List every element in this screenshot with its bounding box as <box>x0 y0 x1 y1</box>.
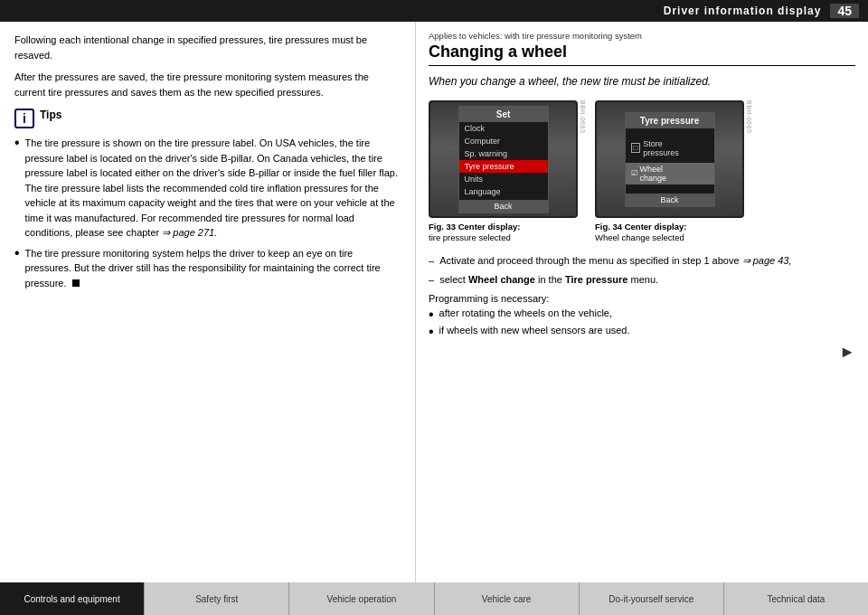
footer-tab-tech[interactable]: Technical data <box>724 582 868 615</box>
figures-row: Set Clock Computer Sp. warning Tyre pres… <box>429 100 855 244</box>
display-screen-1: Set Clock Computer Sp. warning Tyre pres… <box>429 100 578 218</box>
step-2-text: select Wheel change in the Tire pressure… <box>439 272 658 288</box>
tips-bullet-2-text: The tire pressure monitoring system help… <box>25 246 401 291</box>
figure-2-img-wrap: Tyre pressure □Storepressures ☑Wheelchan… <box>595 100 752 218</box>
screen-back-2: Back <box>626 194 714 206</box>
menu-language: Language <box>459 185 548 198</box>
tips-label: Tips <box>40 109 61 121</box>
intro-text: When you change a wheel, the new tire mu… <box>429 73 855 90</box>
page-link-271: ⇒ page 271. <box>162 227 217 238</box>
page-header: Driver information display 45 <box>0 0 868 22</box>
footer-tab-controls[interactable]: Controls and equip­ment <box>0 582 145 615</box>
menu-wheel-change: ☑Wheelchange <box>626 163 714 184</box>
step-2-dash: – <box>429 272 434 288</box>
tips-header: Tips <box>40 109 61 121</box>
right-column: Applies to vehicles: with tire pressure … <box>416 22 868 582</box>
main-content: Following each intentional change in spe… <box>0 22 868 582</box>
applies-text: Applies to vehicles: with tire pressure … <box>429 31 855 41</box>
next-arrow: ► <box>429 343 855 362</box>
screen-inner-2: Tyre pressure □Storepressures ☑Wheelchan… <box>625 112 715 207</box>
menu-units: Units <box>459 173 548 185</box>
figure-2-caption: Fig. 34 Center display: Wheel change sel… <box>595 222 686 244</box>
bullet-circle-1: • <box>429 308 434 322</box>
bullet-rotating-text: after rotating the wheels on the vehicle… <box>439 308 612 318</box>
info-icon: i <box>14 109 34 128</box>
footer-tab-vehicle-op[interactable]: Vehicle operation <box>289 582 434 615</box>
wheel-change-bold: Wheel change <box>468 274 535 285</box>
footer-tab-diy[interactable]: Do-it-yourself service <box>580 582 724 615</box>
step-1: – Activate and proceed through the menu … <box>429 253 855 269</box>
section-title: Changing a wheel <box>429 43 855 66</box>
stop-marker <box>72 279 80 287</box>
tips-bullet-2: • The tire pressure monitoring system he… <box>14 246 401 291</box>
screen-back-1: Back <box>459 200 548 213</box>
page-number: 45 <box>830 4 859 18</box>
figure-2-rotated: BBH-0665 <box>746 100 752 218</box>
header-title: Driver information display <box>9 5 821 17</box>
bullet-wheels-text: if wheels with new wheel sensors are use… <box>439 325 630 336</box>
tips-bullet-1-text: The tire pressure is shown on the tire p… <box>25 136 401 241</box>
steps-section: – Activate and proceed through the menu … <box>429 253 855 362</box>
paragraph-1: Following each intentional change in spe… <box>14 33 401 62</box>
tips-bullet-1: • The tire pressure is shown on the tire… <box>14 136 401 241</box>
paragraph-2: After the pressures are saved, the tire … <box>14 70 401 99</box>
bullet-circle-2: • <box>429 325 434 339</box>
bullet-dot-1: • <box>14 136 20 150</box>
screen-inner-1: Set Clock Computer Sp. warning Tyre pres… <box>458 106 549 213</box>
page-link-43: ⇒ page 43, <box>742 255 792 266</box>
figure-2: Tyre pressure □Storepressures ☑Wheelchan… <box>595 100 752 244</box>
figure-1-rotated: BBH-0663 <box>580 100 586 218</box>
figure-1-img-wrap: Set Clock Computer Sp. warning Tyre pres… <box>429 100 586 218</box>
bullet-after-rotating: • after rotating the wheels on the vehic… <box>429 308 855 322</box>
menu-store-pressures: □Storepressures <box>626 137 714 159</box>
bullet-dot-2: • <box>14 246 20 260</box>
step-2: – select Wheel change in the Tire pressu… <box>429 272 855 288</box>
menu-clock: Clock <box>459 122 548 135</box>
tips-content: • The tire pressure is shown on the tire… <box>14 136 401 290</box>
figure-1: Set Clock Computer Sp. warning Tyre pres… <box>429 100 586 244</box>
step-1-dash: – <box>429 253 434 269</box>
footer-tab-vehicle-care[interactable]: Vehicle care <box>435 582 580 615</box>
programming-label: Programming is necessary: <box>429 293 855 304</box>
tire-pressure-bold: Tire pressure <box>565 274 628 285</box>
footer-nav: Controls and equip­ment Safety first Veh… <box>0 582 868 615</box>
menu-tyre-pressure: Tyre pressure <box>459 160 548 173</box>
screen-header-1: Set <box>459 107 548 122</box>
left-column: Following each intentional change in spe… <box>0 22 416 582</box>
menu-computer: Computer <box>459 135 548 147</box>
bullet-if-wheels: • if wheels with new wheel sensors are u… <box>429 325 855 339</box>
step-1-text: Activate and proceed through the menu as… <box>439 253 791 269</box>
tips-box: i Tips <box>14 109 401 128</box>
screen-header-2: Tyre pressure <box>626 113 714 128</box>
footer-tab-safety[interactable]: Safety first <box>145 582 289 615</box>
display-screen-2: Tyre pressure □Storepressures ☑Wheelchan… <box>595 100 744 218</box>
figure-1-caption: Fig. 33 Center display: tire pressure se… <box>429 222 520 244</box>
menu-sp-warning: Sp. warning <box>459 147 548 160</box>
